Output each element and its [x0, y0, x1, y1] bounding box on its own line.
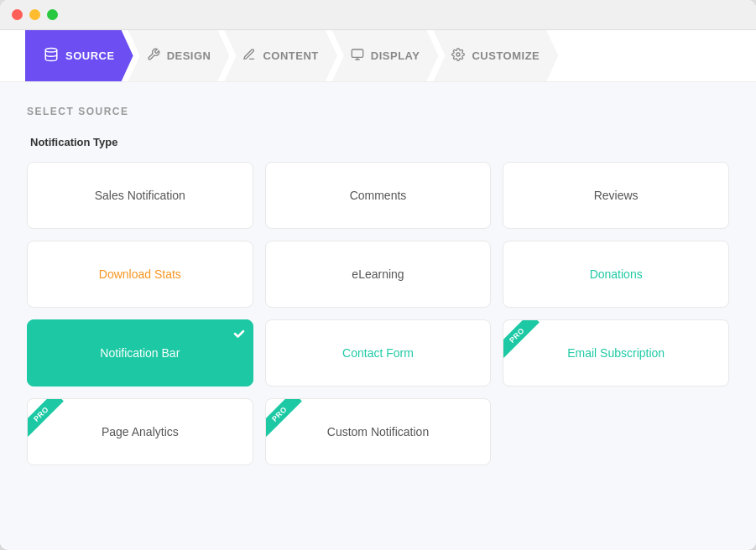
titlebar [0, 0, 756, 30]
source-icon [44, 47, 59, 65]
card-donations[interactable]: Donations [503, 241, 729, 308]
tab-content-label: CONTENT [263, 49, 318, 62]
card-notification-bar-label: Notification Bar [100, 346, 180, 360]
card-contact-form-label: Contact Form [342, 346, 414, 360]
card-download-stats-label: Download Stats [99, 267, 181, 281]
card-comments[interactable]: Comments [265, 162, 492, 229]
card-contact-form[interactable]: Contact Form [265, 319, 492, 387]
tab-source[interactable]: SOURCE [25, 30, 133, 81]
card-custom-notification[interactable]: Custom Notification [265, 398, 492, 465]
card-download-stats[interactable]: Download Stats [27, 241, 253, 308]
card-page-analytics[interactable]: Page Analytics [27, 398, 253, 465]
minimize-button[interactable] [29, 9, 40, 20]
svg-rect-1 [352, 49, 362, 57]
tab-design[interactable]: DESIGN [128, 30, 230, 81]
section-title: SELECT SOURCE [27, 106, 729, 117]
tabbar: SOURCE DESIGN CONTENT [0, 30, 756, 82]
tab-customize[interactable]: CUSTOMIZE [433, 30, 558, 81]
svg-point-4 [456, 53, 460, 56]
card-grid: Sales Notification Comments Reviews Down… [27, 162, 729, 465]
svg-point-0 [45, 48, 57, 52]
source-panel: SELECT SOURCE Notification Type Sales No… [0, 82, 756, 550]
tab-source-label: SOURCE [65, 49, 115, 62]
app-window: SOURCE DESIGN CONTENT [0, 0, 756, 550]
card-elearning-label: eLearning [352, 267, 404, 281]
pro-ribbon-custom [266, 399, 310, 443]
notification-type-label: Notification Type [30, 136, 729, 148]
card-custom-notification-label: Custom Notification [327, 425, 429, 438]
customize-icon [451, 48, 465, 65]
card-page-analytics-label: Page Analytics [102, 425, 179, 438]
pro-ribbon-analytics [28, 399, 71, 443]
card-donations-label: Donations [590, 267, 643, 281]
card-email-subscription[interactable]: Email Subscription [503, 319, 729, 387]
selected-check-badge [226, 320, 253, 347]
card-sales-notification[interactable]: Sales Notification [27, 162, 253, 229]
card-notification-bar[interactable]: Notification Bar [27, 319, 253, 387]
tab-content[interactable]: CONTENT [224, 30, 336, 81]
design-icon [147, 48, 160, 65]
card-reviews-label: Reviews [594, 189, 639, 202]
card-elearning[interactable]: eLearning [265, 241, 492, 308]
maximize-button[interactable] [47, 9, 58, 20]
card-email-subscription-label: Email Subscription [567, 346, 665, 360]
tab-display[interactable]: DISPLAY [332, 30, 439, 81]
card-reviews[interactable]: Reviews [503, 162, 729, 229]
pro-ribbon-email [503, 320, 547, 364]
tab-design-label: DESIGN [167, 49, 211, 62]
display-icon [351, 48, 364, 65]
card-sales-notification-label: Sales Notification [95, 189, 185, 202]
close-button[interactable] [12, 9, 23, 20]
card-comments-label: Comments [350, 189, 407, 202]
tab-customize-label: CUSTOMIZE [472, 49, 540, 62]
content-icon [242, 48, 256, 65]
main-content: SOURCE DESIGN CONTENT [0, 30, 756, 550]
tab-display-label: DISPLAY [371, 49, 420, 62]
